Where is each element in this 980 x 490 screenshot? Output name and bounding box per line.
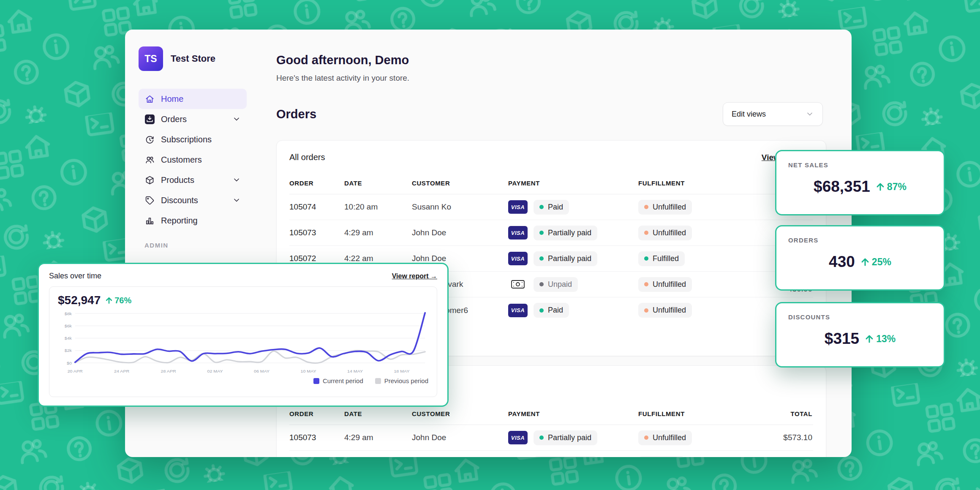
stat-card-discounts[interactable]: DISCOUNTS $315 13% bbox=[775, 302, 945, 368]
status-dot bbox=[644, 308, 648, 313]
fulfillment-badge: Unfulfilled bbox=[638, 226, 692, 240]
order-row[interactable]: 105072 4:22 am John Doe VISA Partially p… bbox=[289, 451, 813, 457]
stat-label: NET SALES bbox=[788, 161, 932, 169]
sidebar-item-subscriptions[interactable]: Subscriptions bbox=[139, 129, 247, 150]
sidebar-item-label: Subscriptions bbox=[161, 135, 241, 144]
stat-delta: 87% bbox=[875, 181, 906, 193]
fulfillment-badge: Fulfilled bbox=[638, 251, 685, 266]
stat-value: 430 bbox=[829, 253, 855, 271]
visa-icon: VISA bbox=[508, 304, 528, 317]
svg-text:02 MAY: 02 MAY bbox=[207, 369, 223, 373]
column-header: FULFILLMENT bbox=[638, 180, 778, 187]
order-number: 105073 bbox=[289, 433, 344, 442]
fulfillment-badge: Fulfilled bbox=[638, 456, 685, 457]
order-payment: VISA Paid bbox=[508, 303, 638, 318]
orders-table-secondary: ORDERDATECUSTOMERPAYMENTFULFILLMENTTOTAL… bbox=[289, 403, 813, 457]
svg-text:$0: $0 bbox=[67, 361, 72, 365]
status-dot bbox=[644, 256, 648, 261]
order-number: 105073 bbox=[289, 228, 344, 237]
sidebar-item-discounts[interactable]: Discounts bbox=[139, 190, 247, 210]
all-orders-title: All orders bbox=[289, 152, 325, 162]
order-number: 105074 bbox=[289, 202, 344, 212]
order-total: $573.10 bbox=[778, 433, 813, 442]
order-fulfillment: Unfulfilled bbox=[638, 430, 778, 445]
order-date: 4:29 am bbox=[344, 228, 412, 237]
sidebar-item-customers[interactable]: Customers bbox=[139, 150, 247, 170]
column-header: PAYMENT bbox=[508, 180, 638, 187]
payment-status-badge: Partially paid bbox=[534, 456, 597, 457]
visa-icon: VISA bbox=[508, 457, 528, 457]
stat-label: DISCOUNTS bbox=[788, 313, 932, 321]
sidebar-item-label: Reporting bbox=[161, 216, 241, 226]
status-dot bbox=[539, 308, 544, 313]
edit-views-label: Edit views bbox=[732, 110, 766, 119]
payment-status-badge: Paid bbox=[534, 200, 569, 215]
column-header: ORDER bbox=[289, 180, 344, 187]
fulfillment-badge: Unfulfilled bbox=[638, 430, 692, 445]
products-icon bbox=[144, 175, 155, 185]
status-dot bbox=[539, 282, 544, 286]
customers-icon bbox=[144, 155, 155, 165]
column-header: ORDER bbox=[289, 410, 344, 417]
order-row[interactable]: 105073 4:29 am John Doe VISA Partially p… bbox=[289, 220, 813, 246]
status-dot bbox=[539, 256, 544, 261]
sidebar-item-label: Products bbox=[161, 175, 226, 185]
order-fulfillment: Unfulfilled bbox=[638, 200, 778, 215]
sidebar-item-label: Customers bbox=[161, 155, 241, 165]
payment-status-badge: Unpaid bbox=[534, 277, 578, 292]
reporting-icon bbox=[144, 215, 155, 226]
svg-text:$8k: $8k bbox=[65, 311, 72, 316]
svg-text:$2k: $2k bbox=[65, 348, 72, 353]
column-header: CUSTOMER bbox=[412, 180, 508, 187]
chart-total-value: $52,947 bbox=[58, 294, 101, 307]
sidebar-item-products[interactable]: Products bbox=[139, 170, 247, 190]
svg-text:14 MAY: 14 MAY bbox=[347, 369, 363, 373]
order-customer: John Doe bbox=[412, 254, 508, 263]
status-dot bbox=[644, 282, 648, 286]
order-date: 10:20 am bbox=[344, 202, 412, 212]
stat-label: ORDERS bbox=[788, 237, 932, 244]
store-header[interactable]: TS Test Store bbox=[139, 46, 274, 71]
order-row[interactable]: 105073 4:29 am John Doe VISA Partially p… bbox=[289, 425, 813, 451]
stat-value: $68,351 bbox=[814, 178, 870, 196]
visa-icon: VISA bbox=[508, 200, 528, 214]
fulfillment-badge: Unfulfilled bbox=[638, 277, 692, 292]
edit-views-dropdown[interactable]: Edit views bbox=[723, 102, 823, 126]
page-subtitle: Here's the latest activity in your store… bbox=[276, 74, 852, 83]
order-payment: VISA Partially paid bbox=[508, 430, 638, 445]
status-dot bbox=[644, 231, 648, 235]
view-report-link[interactable]: View report → bbox=[392, 272, 437, 280]
chart-panel: $52,947 76% $0$2k$4k$6k$8k20 APR24 APR28… bbox=[49, 286, 437, 397]
order-payment: VISA Partially paid bbox=[508, 226, 638, 240]
page-title: Good afternoon, Demo bbox=[276, 30, 852, 67]
sidebar-item-home[interactable]: Home bbox=[139, 89, 247, 109]
column-header: DATE bbox=[344, 180, 412, 187]
svg-text:18 MAY: 18 MAY bbox=[394, 369, 409, 373]
chevron-down-icon bbox=[232, 115, 241, 123]
home-icon bbox=[144, 94, 155, 104]
status-dot bbox=[539, 231, 544, 235]
sidebar-item-orders[interactable]: Orders bbox=[139, 109, 247, 129]
fulfillment-badge: Unfulfilled bbox=[638, 303, 692, 318]
svg-text:$4k: $4k bbox=[65, 336, 72, 340]
order-fulfillment: Fulfilled bbox=[638, 251, 778, 266]
order-fulfillment: Unfulfilled bbox=[638, 277, 778, 292]
order-fulfillment: Unfulfilled bbox=[638, 303, 778, 318]
sales-line-chart: $0$2k$4k$6k$8k20 APR24 APR28 APR02 MAY06… bbox=[58, 310, 428, 376]
order-customer: Susann Ko bbox=[412, 202, 508, 212]
svg-text:06 MAY: 06 MAY bbox=[254, 369, 270, 373]
payment-status-badge: Paid bbox=[534, 303, 569, 318]
sales-over-time-card: Sales over time View report → $52,947 76… bbox=[38, 263, 449, 407]
chart-title: Sales over time bbox=[49, 272, 101, 280]
stat-card-orders[interactable]: ORDERS 430 25% bbox=[775, 225, 945, 291]
legend-item: Previous period bbox=[375, 377, 428, 384]
visa-icon: VISA bbox=[508, 431, 528, 444]
sidebar-item-reporting[interactable]: Reporting bbox=[139, 210, 247, 231]
order-row[interactable]: 105074 10:20 am Susann Ko VISA Paid Unfu… bbox=[289, 194, 813, 220]
chart-delta: 76% bbox=[105, 296, 131, 305]
sidebar-section-label: ADMIN bbox=[144, 242, 274, 249]
payment-status-badge: Partially paid bbox=[534, 430, 597, 445]
payment-status-badge: Partially paid bbox=[534, 251, 597, 266]
stat-card-net-sales[interactable]: NET SALES $68,351 87% bbox=[775, 150, 945, 215]
orders-icon bbox=[144, 114, 155, 124]
